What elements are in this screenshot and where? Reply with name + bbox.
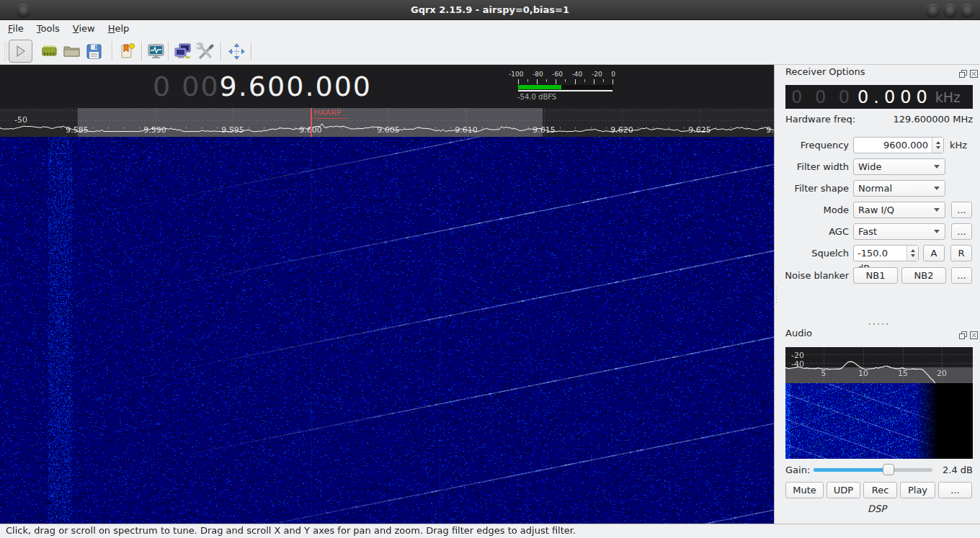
freq-scale-label[interactable]: 9.620 — [600, 125, 643, 135]
frequency-dim-digits: 0 00 — [153, 71, 220, 102]
audio-freq-label: 5 — [813, 369, 834, 378]
toolbar-separator — [141, 42, 142, 60]
mute-button[interactable]: Mute — [785, 482, 824, 498]
audio-float-button[interactable] — [959, 328, 967, 342]
menu-file[interactable]: File — [1, 20, 30, 37]
audio-waterfall-display[interactable] — [785, 383, 973, 459]
pan-spectrum-button[interactable] — [227, 42, 246, 61]
toolbar-separator — [168, 42, 169, 60]
freq-scale-label[interactable]: 9.610 — [445, 125, 488, 135]
audio-close-button[interactable] — [970, 328, 978, 342]
main-frequency-display[interactable]: 0 009.600.000 — [153, 66, 372, 107]
agc-combo[interactable]: Fast — [853, 223, 945, 240]
audio-db-label: -40 — [791, 359, 804, 369]
freq-scale-label[interactable]: 9.625 — [678, 125, 721, 135]
meter-tick-label: -40 — [572, 71, 583, 78]
folder-icon — [62, 50, 81, 64]
toolbar-drag-handle[interactable] — [4, 42, 8, 60]
close-button[interactable] — [961, 4, 974, 17]
minimize-button[interactable] — [926, 4, 940, 17]
maximize-button[interactable] — [943, 4, 957, 17]
squelch-value[interactable]: -150.0 dB — [854, 246, 906, 261]
filter-shape-label: Filter shape — [774, 180, 849, 197]
spin-up-icon[interactable] — [911, 249, 915, 252]
rec-button[interactable]: Rec — [863, 482, 897, 498]
menu-help[interactable]: Help — [102, 20, 136, 37]
remote-control-button[interactable] — [173, 42, 192, 61]
oscilloscope-icon — [146, 50, 166, 64]
meter-tick-label: -80 — [533, 71, 543, 78]
freq-scale-label[interactable]: 9.590 — [133, 125, 177, 135]
audio-options-button[interactable]: ... — [938, 482, 972, 498]
squelch-auto-button[interactable]: A — [923, 245, 945, 261]
float-panel-icon — [959, 328, 967, 342]
meter-fill — [518, 85, 561, 89]
frequency-value[interactable]: 9600.000 — [854, 138, 932, 153]
squelch-reset-button[interactable]: R — [950, 245, 972, 261]
agc-value: Fast — [854, 226, 934, 237]
frequency-spin-buttons[interactable] — [932, 138, 943, 153]
agc-options-button[interactable]: ... — [951, 223, 972, 240]
toolbar-separator — [251, 42, 251, 60]
bookmarks-button[interactable] — [117, 42, 137, 61]
mode-combo[interactable]: Raw I/Q — [853, 202, 945, 218]
configure-io-button[interactable] — [40, 42, 59, 61]
freq-scale-label[interactable]: 9.595 — [211, 125, 254, 135]
play-button[interactable]: Play — [900, 482, 935, 498]
receiver-options-title: Receiver Options — [785, 66, 865, 77]
circuit-chip-icon — [40, 50, 59, 64]
menu-view[interactable]: View — [66, 20, 102, 37]
gain-slider-handle[interactable] — [883, 464, 894, 475]
meter-tick-label: -60 — [552, 71, 563, 78]
level-meter-scale: -100 -80 -60 -40 -20 0 — [509, 71, 615, 78]
bookmark-label[interactable]: HAARP — [314, 108, 342, 117]
close-panel-icon — [970, 328, 978, 342]
noise-blanker-options-button[interactable]: ... — [951, 267, 972, 284]
frequency-spinbox[interactable]: 9600.000 — [853, 137, 944, 153]
receiver-close-button[interactable] — [970, 67, 978, 81]
spectrum-db-label: -50 — [4, 115, 27, 125]
filter-width-combo[interactable]: Wide — [853, 158, 945, 175]
open-file-button[interactable] — [62, 42, 81, 61]
freq-scale-label[interactable]: 9.605 — [367, 125, 410, 135]
audio-panel-title: Audio — [785, 328, 812, 339]
freq-scale-label[interactable]: 9.585 — [55, 125, 99, 135]
panel-splitter-handle[interactable] — [869, 323, 889, 325]
spin-up-icon[interactable] — [936, 141, 940, 144]
menu-tools[interactable]: Tools — [30, 20, 66, 37]
receiver-float-button[interactable] — [959, 67, 967, 81]
audio-freq-label: 20 — [931, 369, 953, 378]
iq-tool-button[interactable] — [146, 42, 166, 61]
receiver-frequency-lcd[interactable]: 0 0 0 0.000 kHz — [785, 85, 973, 109]
tools-button[interactable] — [195, 42, 215, 61]
computers-icon — [173, 50, 192, 64]
squelch-spin-buttons[interactable] — [906, 246, 918, 261]
bookmark-icon — [117, 50, 137, 64]
filter-width-label: Filter width — [774, 158, 849, 175]
close-panel-icon — [970, 67, 978, 81]
spin-down-icon[interactable] — [936, 146, 940, 149]
dock-resize-handle[interactable] — [775, 287, 778, 302]
start-dsp-button[interactable] — [9, 40, 32, 63]
spin-down-icon[interactable] — [911, 254, 915, 257]
window-menu-button[interactable] — [17, 4, 30, 17]
save-file-button[interactable] — [84, 42, 104, 61]
nb1-button[interactable]: NB1 — [853, 267, 898, 284]
meter-tick-label: -20 — [592, 71, 602, 78]
toolbar-separator — [112, 42, 112, 60]
floppy-disk-icon — [84, 50, 104, 64]
dsp-tab[interactable]: DSP — [774, 503, 980, 514]
mode-options-button[interactable]: ... — [951, 202, 972, 218]
gain-value: 2.4 dB — [933, 465, 973, 475]
squelch-spinbox[interactable]: -150.0 dB — [853, 245, 919, 261]
freq-scale-label[interactable]: 9.615 — [522, 125, 566, 135]
nb2-button[interactable]: NB2 — [901, 267, 946, 284]
frequency-header — [0, 65, 774, 108]
squelch-label: Squelch — [774, 245, 849, 261]
filter-shape-value: Normal — [854, 183, 934, 194]
udp-button[interactable]: UDP — [827, 482, 860, 498]
filter-shape-combo[interactable]: Normal — [853, 180, 945, 197]
wrench-screwdriver-icon — [195, 50, 215, 64]
audio-freq-label: 15 — [892, 369, 914, 378]
waterfall-display[interactable] — [0, 137, 774, 524]
